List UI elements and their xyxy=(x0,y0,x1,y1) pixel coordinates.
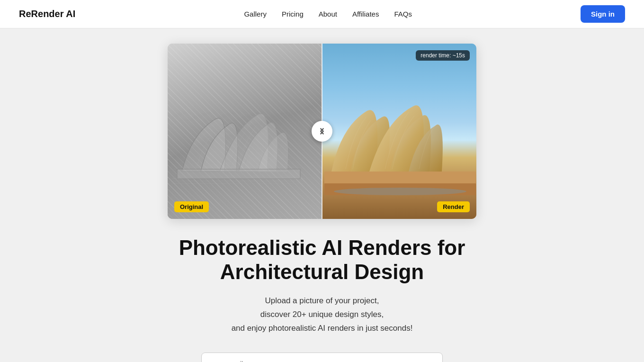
original-image xyxy=(168,44,322,219)
nav-item-pricing[interactable]: Pricing xyxy=(282,10,304,18)
signin-button[interactable]: Sign in xyxy=(581,5,625,23)
nav-item-affiliates[interactable]: Affiliates xyxy=(352,10,379,18)
main-content: render time: ~15s xyxy=(0,28,644,362)
nav-links: Gallery Pricing About Affiliates FAQs xyxy=(244,10,412,18)
hero-subtitle: Upload a picture of your project, discov… xyxy=(232,294,413,335)
subtitle-line1: Upload a picture of your project, xyxy=(265,296,379,305)
wireframe-opera xyxy=(172,96,305,190)
nav-item-about[interactable]: About xyxy=(319,10,337,18)
email-input[interactable] xyxy=(201,353,443,362)
navbar: ReRender AI Gallery Pricing About Affili… xyxy=(0,0,644,28)
subtitle-line2: discover 20+ unique design styles, xyxy=(260,310,384,319)
compare-handle[interactable] xyxy=(312,121,332,142)
render-time-badge: render time: ~15s xyxy=(416,50,470,61)
original-label: Original xyxy=(174,201,209,212)
hero-title: Photorealistic AI Renders for Architectu… xyxy=(137,236,507,284)
svg-rect-0 xyxy=(177,169,300,179)
email-form: Confirm your email to use ReRender xyxy=(201,353,443,362)
render-label: Render xyxy=(437,201,470,212)
nav-item-faqs[interactable]: FAQs xyxy=(394,10,412,18)
image-compare[interactable]: render time: ~15s xyxy=(168,44,476,219)
subtitle-line3: and enjoy photorealistic AI renders in j… xyxy=(232,324,413,333)
rendered-opera xyxy=(324,91,476,195)
svg-point-6 xyxy=(334,188,466,195)
render-image xyxy=(322,44,476,219)
brand-logo[interactable]: ReRender AI xyxy=(19,9,75,19)
nav-item-gallery[interactable]: Gallery xyxy=(244,10,267,18)
